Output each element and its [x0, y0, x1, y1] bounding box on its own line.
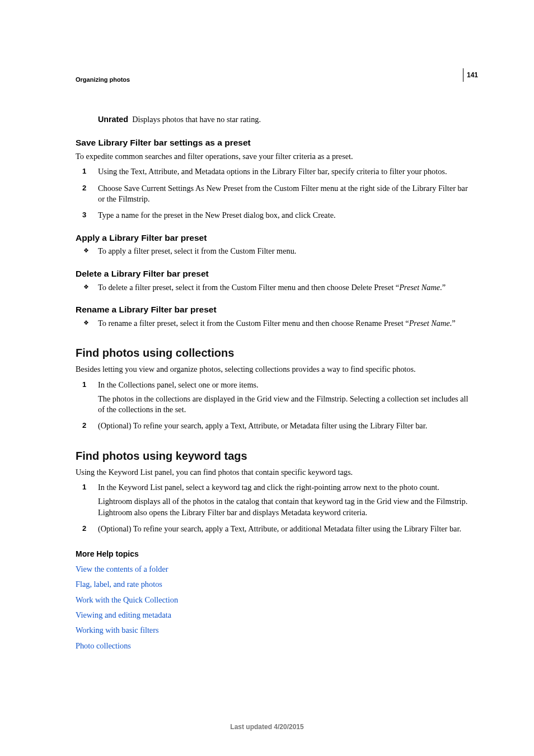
- more-help-heading: More Help topics: [76, 549, 471, 559]
- step-text: (Optional) To refine your search, apply …: [98, 524, 471, 534]
- step-text: In the Collections panel, select one or …: [98, 380, 471, 390]
- more-help-links: View the contents of a folder Flag, labe…: [76, 564, 471, 651]
- step-item: 3Type a name for the preset in the New P…: [76, 210, 471, 221]
- help-link[interactable]: Working with basic filters: [76, 625, 471, 636]
- save-preset-steps: 1Using the Text, Attribute, and Metadata…: [76, 166, 471, 221]
- help-link[interactable]: Photo collections: [76, 641, 471, 651]
- step-number: 2: [82, 183, 86, 193]
- bullet-item: To apply a filter preset, select it from…: [76, 246, 471, 256]
- step-number: 3: [82, 210, 86, 220]
- bullet-item: To rename a filter preset, select it fro…: [76, 318, 471, 329]
- definition-unrated: Unrated Displays photos that have no sta…: [98, 114, 471, 125]
- collections-intro: Besides letting you view and organize ph…: [76, 364, 471, 375]
- bullet-text: To apply a filter preset, select it from…: [98, 246, 296, 255]
- term-unrated-desc: Displays photos that have no star rating…: [132, 115, 261, 124]
- keywords-steps: 1In the Keyword List panel, select a key…: [76, 482, 471, 534]
- step-text: Using the Text, Attribute, and Metadata …: [98, 166, 471, 177]
- help-link[interactable]: View the contents of a folder: [76, 564, 471, 575]
- help-link[interactable]: Work with the Quick Collection: [76, 595, 471, 605]
- term-unrated: Unrated: [98, 115, 128, 124]
- keywords-intro: Using the Keyword List panel, you can fi…: [76, 467, 471, 478]
- footer-updated: Last updated 4/20/2015: [0, 722, 534, 731]
- step-number: 1: [82, 380, 86, 390]
- step-number: 1: [82, 482, 86, 492]
- bullet-text-post: .”: [450, 319, 456, 328]
- step-text: (Optional) To refine your search, apply …: [98, 421, 471, 431]
- step-subtext: The photos in the collections are displa…: [98, 394, 471, 416]
- bullet-text-post: .”: [440, 283, 446, 292]
- step-number: 2: [82, 421, 86, 431]
- delete-preset-list: To delete a filter preset, select it fro…: [76, 282, 471, 293]
- save-preset-intro: To expedite common searches and filter o…: [76, 151, 471, 162]
- help-link[interactable]: Flag, label, and rate photos: [76, 579, 471, 590]
- help-link[interactable]: Viewing and editing metadata: [76, 610, 471, 620]
- bullet-text-pre: To rename a filter preset, select it fro…: [98, 319, 409, 328]
- step-text: Type a name for the preset in the New Pr…: [98, 210, 471, 221]
- step-text: Choose Save Current Settings As New Pres…: [98, 183, 471, 205]
- page-number: 141: [463, 68, 478, 82]
- rename-preset-list: To rename a filter preset, select it fro…: [76, 318, 471, 329]
- apply-preset-list: To apply a filter preset, select it from…: [76, 246, 471, 256]
- bullet-text-italic: Preset Name: [409, 319, 450, 328]
- step-subtext: Lightroom displays all of the photos in …: [98, 496, 471, 518]
- bullet-text-pre: To delete a filter preset, select it fro…: [98, 283, 399, 292]
- heading-keywords: Find photos using keyword tags: [76, 449, 471, 464]
- step-item: 1Using the Text, Attribute, and Metadata…: [76, 166, 471, 177]
- step-item: 2(Optional) To refine your search, apply…: [76, 421, 471, 431]
- step-text: In the Keyword List panel, select a keyw…: [98, 482, 471, 493]
- bullet-text-italic: Preset Name: [399, 283, 440, 292]
- chapter-heading: Organizing photos: [76, 76, 471, 84]
- step-item: 2(Optional) To refine your search, apply…: [76, 524, 471, 534]
- collections-steps: 1In the Collections panel, select one or…: [76, 380, 471, 432]
- heading-delete-preset: Delete a Library Filter bar preset: [76, 268, 471, 280]
- heading-apply-preset: Apply a Library Filter bar preset: [76, 232, 471, 244]
- heading-rename-preset: Rename a Library Filter bar preset: [76, 304, 471, 316]
- step-item: 1In the Keyword List panel, select a key…: [76, 482, 471, 518]
- step-item: 2Choose Save Current Settings As New Pre…: [76, 183, 471, 205]
- step-item: 1In the Collections panel, select one or…: [76, 380, 471, 416]
- step-number: 1: [82, 166, 86, 176]
- step-number: 2: [82, 524, 86, 534]
- heading-collections: Find photos using collections: [76, 346, 471, 361]
- bullet-item: To delete a filter preset, select it fro…: [76, 282, 471, 293]
- heading-save-preset: Save Library Filter bar settings as a pr…: [76, 137, 471, 149]
